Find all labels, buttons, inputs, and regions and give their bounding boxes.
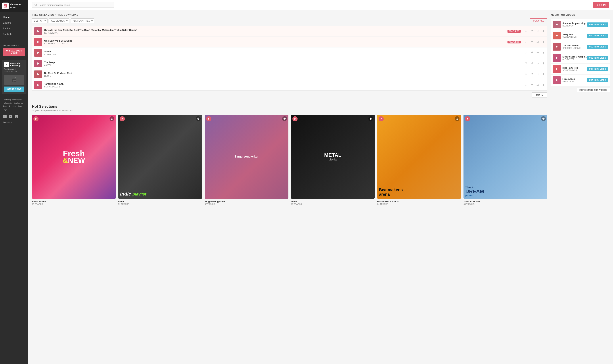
download-button[interactable]: ⬇ [542, 40, 545, 44]
upload-button[interactable]: UPLOAD YOUR MUSIC [3, 48, 25, 56]
track-list: Outside the Box (feat. Ogi Feel The Beat… [32, 26, 547, 91]
playlist-play-fresh[interactable] [33, 116, 39, 121]
track-actions: ♡ ⇄ ⬇ [524, 51, 545, 55]
sidebar-item-explore[interactable]: Explore [0, 20, 28, 26]
queue-button[interactable]: ⇄ [536, 72, 539, 76]
link-developers[interactable]: Developers [13, 99, 22, 101]
mvid-artist: SOUNDFORYOU [562, 69, 587, 71]
track-row[interactable]: Alone COLOR OUT ♡ ⇄ ⬇ [32, 48, 547, 58]
like-button[interactable]: ♡ [524, 83, 527, 87]
more-music-for-videos-button[interactable]: MORE MUSIC FOR VIDEOS [577, 88, 610, 92]
use-in-video-button[interactable]: USE IN MY VIDEO [587, 67, 608, 71]
download-button[interactable]: ⬇ [542, 72, 545, 76]
language-selector[interactable]: English [0, 120, 28, 126]
playlist-card-dream[interactable]: Time to DREAM playlist Time To Dream [464, 115, 547, 205]
playlist-card-singer[interactable]: Singer­songwriter Singer-Songwriter 52 T… [205, 115, 288, 205]
filter-genres[interactable]: ALL GENRES [49, 18, 69, 23]
like-button[interactable]: ♡ [524, 72, 527, 76]
playlist-play-beatmaker[interactable] [378, 116, 384, 121]
download-button[interactable]: ⬇ [542, 62, 545, 65]
instagram-icon[interactable]: ig [15, 115, 18, 118]
playlist-tracks-singer: 52 TRACKS [205, 203, 225, 205]
link-legal[interactable]: Legal [3, 109, 7, 111]
track-row[interactable]: Outside the Box (feat. Ogi Feel The Beat… [32, 26, 547, 37]
mvid-item[interactable]: I See Angels INFRACTION USE IN MY VIDEO [551, 75, 610, 86]
mvid-thumbnail [553, 43, 561, 51]
link-jobs[interactable]: Jobs [18, 105, 22, 107]
login-button[interactable]: LOG IN [593, 2, 609, 8]
playlist-card-fresh[interactable]: Fresh &NEW Fresh & New 70 TRACKS [32, 115, 116, 205]
track-row[interactable]: Tantalizing Youth SOCIAL SQUARE ♡ ⇄ ⬇ [32, 80, 547, 90]
queue-button[interactable]: ⇄ [536, 29, 539, 33]
playlist-play-metal[interactable] [292, 116, 298, 121]
link-apps[interactable]: Apps [3, 105, 7, 107]
queue-button[interactable]: ⇄ [536, 83, 539, 87]
mvid-item[interactable]: Jazzy Fun SOUNDATELIER USE IN MY VIDEO [551, 30, 610, 41]
sidebar-item-spotlight[interactable]: Spotlight [0, 31, 28, 37]
twitter-icon[interactable]: t [9, 115, 13, 118]
download-button[interactable]: ⬇ [542, 29, 545, 33]
link-help[interactable]: Help center [3, 102, 12, 104]
mvid-item[interactable]: Summer Tropical Vlog NEONMUSIC USE IN MY… [551, 19, 610, 30]
share-button[interactable] [530, 62, 534, 65]
download-button[interactable]: ⬇ [542, 51, 545, 55]
like-button[interactable]: ♡ [524, 51, 527, 55]
playlist-play-dream[interactable] [465, 116, 470, 121]
like-button[interactable]: ♡ [524, 62, 527, 65]
playlist-more-indie[interactable]: ⋯ [198, 201, 202, 205]
svg-text:J/: J/ [4, 5, 6, 7]
search-input[interactable] [39, 4, 112, 6]
search-box[interactable] [32, 2, 114, 8]
track-row[interactable]: No Rest Or Endless Rest LISOFV ♡ ⇄ ⬇ [32, 69, 547, 80]
share-button[interactable] [530, 51, 534, 54]
use-in-video-button[interactable]: USE IN MY VIDEO [587, 45, 608, 49]
playlist-more-singer[interactable]: ⋯ [284, 201, 288, 205]
sidebar-item-radios[interactable]: Radios [0, 26, 28, 31]
like-button[interactable]: ♡ [524, 29, 527, 33]
share-button[interactable] [530, 83, 534, 87]
use-in-video-button[interactable]: USE IN MY VIDEO [587, 56, 608, 60]
start-now-button[interactable]: START NOW! [4, 87, 24, 92]
link-licensing[interactable]: Licensing [3, 99, 11, 101]
like-button[interactable]: ♡ [524, 40, 527, 44]
playlist-play-indie[interactable] [120, 116, 125, 121]
queue-button[interactable]: ⇄ [536, 51, 539, 55]
sidebar-item-home[interactable]: Home [0, 14, 28, 20]
track-row[interactable]: One Day We'll Be A Song EXPLOSIVE EAR CA… [32, 37, 547, 48]
playlist-card-metal[interactable]: METAL playlist Metal 42 TRACKS [291, 115, 375, 205]
share-button[interactable] [530, 73, 534, 76]
download-button[interactable]: ⬇ [542, 83, 545, 87]
link-contact[interactable]: Contact us [14, 102, 23, 104]
use-in-video-button[interactable]: USE IN MY VIDEO [587, 23, 608, 27]
link-about[interactable]: About us [9, 105, 16, 107]
playlist-more-fresh[interactable]: ⋯ [112, 201, 116, 205]
use-in-video-button[interactable]: USE IN MY VIDEO [587, 78, 608, 82]
playlist-badge-indie [196, 116, 201, 121]
playlist-card-indie[interactable]: Indie playlist Indie 52 TRACKS [118, 115, 202, 205]
queue-button[interactable]: ⇄ [536, 40, 539, 44]
filter-bestof[interactable]: BEST OF [32, 18, 48, 23]
playlist-more-beatmaker[interactable]: ⋯ [457, 201, 461, 205]
filter-countries[interactable]: ALL COUNTRIES [71, 18, 94, 23]
filters-bar: BEST OF ALL GENRES ALL COUNTRIES PLAY AL… [32, 18, 547, 23]
mvid-info: I See Angels INFRACTION [562, 78, 587, 82]
playlist-card-beatmaker[interactable]: Beatmaker's arena Beatmaker's Arena 64 T… [377, 115, 461, 205]
playlist-play-singer[interactable] [206, 116, 211, 121]
more-tracks-button[interactable]: MORE [532, 92, 547, 97]
share-button[interactable] [530, 40, 534, 44]
share-button[interactable] [530, 30, 534, 33]
play-overlay [34, 27, 42, 35]
playlist-more-dream[interactable]: ⋯ [543, 201, 547, 205]
track-row[interactable]: The Deep ANITEK ♡ ⇄ ⬇ [32, 58, 547, 69]
play-all-button[interactable]: PLAY ALL [530, 18, 547, 23]
use-in-video-button[interactable]: USE IN MY VIDEO [587, 34, 608, 38]
playlist-more-metal[interactable]: ⋯ [371, 201, 375, 205]
mvid-item[interactable]: Electro Dark Cyberpunk (Main Ve ALEXZAVE… [551, 52, 610, 64]
mvid-item[interactable]: Kids Party Pop SOUNDFORYOU USE IN MY VID… [551, 64, 610, 75]
mvid-item[interactable]: The Iron Throne GRÉGOIRE LOURME USE IN M… [551, 41, 610, 52]
facebook-icon[interactable]: f [3, 115, 7, 118]
mvid-name: Summer Tropical Vlog [562, 22, 587, 25]
mvid-info: Kids Party Pop SOUNDFORYOU [562, 67, 587, 71]
queue-button[interactable]: ⇄ [536, 62, 539, 65]
playlist-cover-fresh: Fresh &NEW [32, 115, 116, 199]
